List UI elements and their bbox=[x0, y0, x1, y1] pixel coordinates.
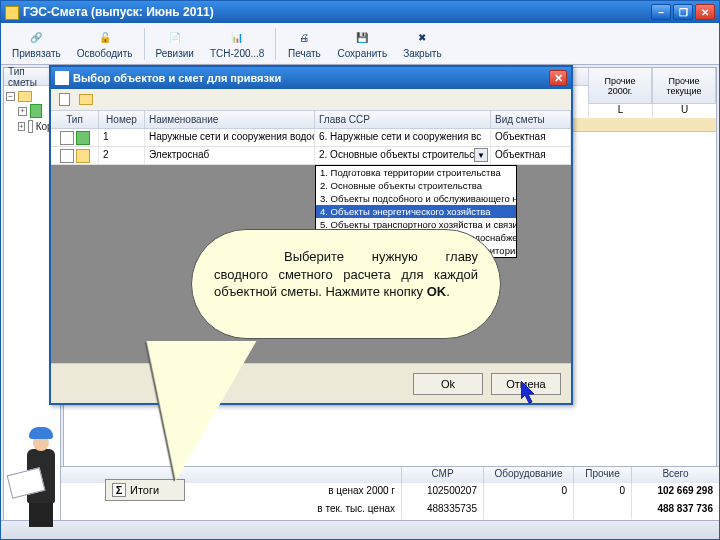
star-icon bbox=[76, 149, 90, 163]
cell-type bbox=[51, 129, 99, 146]
dialog-close-button[interactable]: ✕ bbox=[549, 70, 567, 86]
dcol-glava[interactable]: Глава ССР bbox=[315, 111, 491, 128]
folder-icon bbox=[18, 91, 32, 102]
cell-nomer: 1 bbox=[99, 129, 145, 146]
cell-naim: Наружные сети и сооружения водоснаб bbox=[145, 129, 315, 146]
dlg-tool-doc[interactable] bbox=[55, 91, 73, 109]
help-callout: Выберите нужную главу сводного сметного … bbox=[191, 229, 501, 339]
sheet-icon bbox=[76, 131, 90, 145]
sum-col-vsego: Всего bbox=[631, 467, 719, 483]
dcol-nomer[interactable]: Номер bbox=[99, 111, 145, 128]
book-icon bbox=[30, 104, 42, 118]
dcol-naim[interactable]: Наименование bbox=[145, 111, 315, 128]
hardhat-icon bbox=[29, 427, 53, 439]
table-row[interactable]: 1 Наружные сети и сооружения водоснаб 6.… bbox=[51, 129, 571, 147]
mascot-image bbox=[3, 421, 81, 531]
letter-cell: U bbox=[652, 104, 716, 118]
dialog-toolbar bbox=[51, 89, 571, 111]
col-prochie-2000[interactable]: Прочие 2000г. bbox=[588, 68, 652, 104]
ok-button[interactable]: Ok bbox=[413, 373, 483, 395]
dcol-vid[interactable]: Вид сметы bbox=[491, 111, 571, 128]
tool-save[interactable]: 💾Сохранить bbox=[330, 25, 394, 63]
save-icon: 💾 bbox=[353, 29, 371, 47]
sum-val: 0 bbox=[573, 483, 631, 501]
dropdown-option[interactable]: 3. Объекты подсобного и обслуживающего н… bbox=[316, 192, 516, 205]
folder-icon bbox=[79, 94, 93, 105]
dcol-tip[interactable]: Тип bbox=[51, 111, 99, 128]
chart-icon: 📊 bbox=[228, 29, 246, 47]
sum-val bbox=[573, 501, 631, 519]
window-buttons: – ❐ ✕ bbox=[651, 4, 715, 20]
right-header-cols: Прочие 2000г. Прочие текущие bbox=[588, 68, 716, 104]
sum-val bbox=[483, 501, 573, 519]
dlg-tool-folder[interactable] bbox=[77, 91, 95, 109]
cell-glava[interactable]: 6. Наружные сети и сооружения вс bbox=[315, 129, 491, 146]
summary-row: в тек. тыс. ценах 488335735 488 837 736 bbox=[61, 501, 719, 519]
sigma-icon: Σ bbox=[112, 483, 126, 497]
sum-val: 102500207 bbox=[401, 483, 483, 501]
sum-row-label: в тек. тыс. ценах bbox=[61, 501, 401, 519]
dialog-grid-header: Тип Номер Наименование Глава ССР Вид сме… bbox=[51, 111, 571, 129]
tool-tsn[interactable]: 📊ТСН-200...8 bbox=[203, 25, 271, 63]
main-titlebar: ГЭС-Смета (выпуск: Июнь 2011) – ❐ ✕ bbox=[1, 1, 719, 23]
toolbar-separator bbox=[275, 28, 276, 60]
table-row[interactable]: 2 Электроснаб 2. Основные объекты строит… bbox=[51, 147, 571, 165]
dialog-icon bbox=[55, 71, 69, 85]
tool-close[interactable]: ✖Закрыть bbox=[396, 25, 449, 63]
app-icon bbox=[5, 6, 19, 20]
doc-icon: 📄 bbox=[166, 29, 184, 47]
sum-col-prochie: Прочие bbox=[573, 467, 631, 483]
cell-glava-active[interactable]: 2. Основные объекты строительств ▼ bbox=[315, 147, 491, 164]
dialog-title: Выбор объектов и смет для привязки bbox=[73, 72, 549, 84]
status-bar bbox=[1, 520, 719, 539]
sum-col-smr: СМР bbox=[401, 467, 483, 483]
expander-icon[interactable]: + bbox=[18, 122, 25, 131]
expander-icon[interactable]: + bbox=[18, 107, 27, 116]
cancel-button[interactable]: Отмена bbox=[491, 373, 561, 395]
letter-cell: L bbox=[588, 104, 652, 118]
itogi-button[interactable]: Σ Итоги bbox=[105, 479, 185, 501]
print-icon: 🖨 bbox=[295, 29, 313, 47]
doc-icon bbox=[60, 131, 74, 145]
main-toolbar: 🔗Привязать 🔓Освободить 📄Ревизии 📊ТСН-200… bbox=[1, 23, 719, 65]
dropdown-option[interactable]: 1. Подготовка территории строительства bbox=[316, 166, 516, 179]
unlock-icon: 🔓 bbox=[96, 29, 114, 47]
minimize-button[interactable]: – bbox=[651, 4, 671, 20]
tool-osvobodit[interactable]: 🔓Освободить bbox=[70, 25, 140, 63]
dialog-titlebar[interactable]: Выбор объектов и смет для привязки ✕ bbox=[51, 67, 571, 89]
doc-icon bbox=[28, 120, 33, 133]
maximize-button[interactable]: ❐ bbox=[673, 4, 693, 20]
cell-vid: Объектная bbox=[491, 147, 571, 164]
doc-icon bbox=[59, 93, 70, 106]
link-icon: 🔗 bbox=[27, 29, 45, 47]
toolbar-separator bbox=[144, 28, 145, 60]
sum-val-total: 488 837 736 bbox=[631, 501, 719, 519]
cell-type bbox=[51, 147, 99, 164]
sum-val: 488335735 bbox=[401, 501, 483, 519]
sum-col-oborud: Оборудование bbox=[483, 467, 573, 483]
expander-icon[interactable]: − bbox=[6, 92, 15, 101]
col-prochie-tek[interactable]: Прочие текущие bbox=[652, 68, 716, 104]
sum-val-total: 102 669 298 bbox=[631, 483, 719, 501]
cell-vid: Объектная bbox=[491, 129, 571, 146]
cell-nomer: 2 bbox=[99, 147, 145, 164]
tool-revizii[interactable]: 📄Ревизии bbox=[149, 25, 201, 63]
dropdown-toggle-icon[interactable]: ▼ bbox=[474, 148, 488, 162]
cell-naim: Электроснаб bbox=[145, 147, 315, 164]
dropdown-option-selected[interactable]: 4. Объекты энергетического хозяйства bbox=[316, 205, 516, 218]
tool-privyazat[interactable]: 🔗Привязать bbox=[5, 25, 68, 63]
close-doc-icon: ✖ bbox=[413, 29, 431, 47]
dropdown-option[interactable]: 2. Основные объекты строительства bbox=[316, 179, 516, 192]
dialog-rows: 1 Наружные сети и сооружения водоснаб 6.… bbox=[51, 129, 571, 165]
sum-val: 0 bbox=[483, 483, 573, 501]
tool-print[interactable]: 🖨Печать bbox=[280, 25, 328, 63]
doc-icon bbox=[60, 149, 74, 163]
close-button[interactable]: ✕ bbox=[695, 4, 715, 20]
app-title: ГЭС-Смета (выпуск: Июнь 2011) bbox=[5, 5, 651, 19]
